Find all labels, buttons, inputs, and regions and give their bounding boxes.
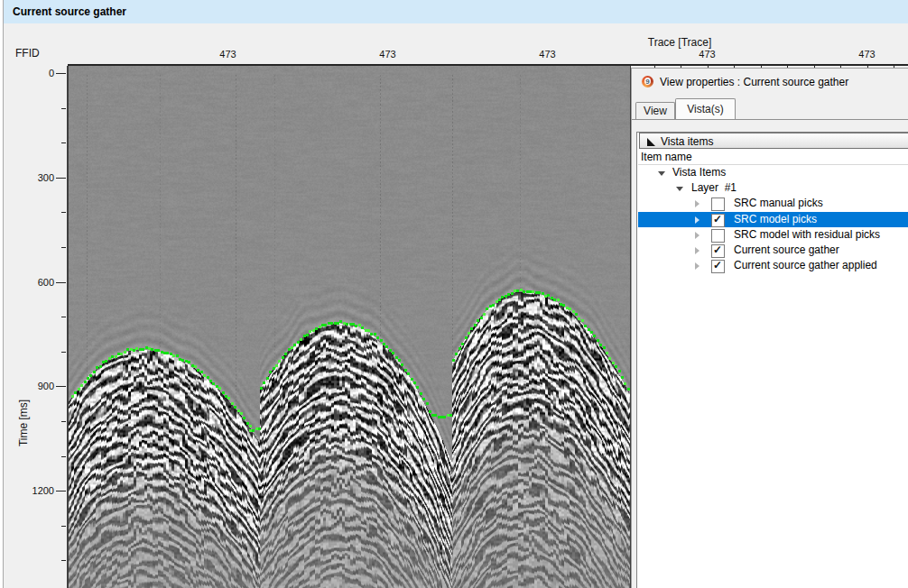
time-axis-tick <box>61 142 66 143</box>
tree-item-label: Current source gather <box>734 243 839 256</box>
ffid-annotation-value: 473 <box>210 49 246 60</box>
time-axis-tick <box>61 352 66 353</box>
ffid-annotation-value: 473 <box>690 49 726 60</box>
time-axis-tick <box>61 456 66 457</box>
tree-item-label: SRC manual picks <box>734 197 823 209</box>
tree-item-label: Current source gather applied <box>734 259 877 271</box>
time-axis-tick <box>61 526 66 527</box>
ffid-annotation-header: FFID <box>15 47 40 60</box>
tree-item-layer-1[interactable]: Layer #1 <box>638 180 908 196</box>
time-axis-tick <box>61 212 66 213</box>
expander-right-icon[interactable] <box>695 247 700 254</box>
tab-view[interactable]: View <box>635 102 675 119</box>
time-axis-tick <box>56 386 66 387</box>
time-axis-tick-label: 900 <box>16 381 54 391</box>
item-checkbox[interactable]: ✓ <box>711 244 725 258</box>
tree-item-label: SRC model with residual picks <box>734 228 880 241</box>
expander-right-icon[interactable] <box>695 200 700 207</box>
expander-down-icon[interactable] <box>658 171 665 176</box>
tree-item-src-model-picks[interactable]: ✓SRC model picks <box>638 212 908 227</box>
vista-items-tree-widget: Vista items Item name Vista ItemsLayer #… <box>636 132 908 588</box>
expander-right-icon[interactable] <box>695 232 700 239</box>
time-axis-tick <box>61 560 66 561</box>
item-checkbox[interactable] <box>711 229 725 243</box>
time-axis-tick <box>56 491 66 492</box>
item-name-column-header[interactable]: Item name <box>638 150 908 165</box>
vista-items-tree: Vista ItemsLayer #1SRC manual picks✓SRC … <box>638 165 908 588</box>
time-axis-tick <box>56 73 66 74</box>
time-axis-tick <box>61 317 66 317</box>
tree-item-label: Layer #1 <box>691 181 737 194</box>
item-checkbox[interactable] <box>711 198 725 211</box>
item-checkbox[interactable]: ✓ <box>711 214 725 227</box>
ffid-annotation-value: 473 <box>530 49 566 60</box>
vista-logo-glyph: 9 <box>644 78 651 85</box>
ffid-annotation-value: 473 <box>370 49 406 60</box>
time-axis-tick-label: 0 <box>16 68 54 78</box>
trace-axis-title: Trace [Trace] <box>612 36 747 49</box>
vista-items-section-header[interactable]: Vista items <box>639 133 908 149</box>
window-title: Current source gather <box>13 5 126 18</box>
tree-item-src-model-with-residual-picks[interactable]: SRC model with residual picks <box>638 227 908 243</box>
time-axis-tick <box>61 421 66 422</box>
panel-title: View properties : Current source gather <box>660 76 848 88</box>
tree-item-label: SRC model picks <box>734 213 817 225</box>
vista-logo-icon: 9 <box>642 76 653 87</box>
expander-right-icon[interactable] <box>695 216 700 224</box>
tab-vistas[interactable]: Vista(s) <box>675 98 736 119</box>
time-axis-title: Time [ms] <box>17 394 30 452</box>
time-axis-tick-label: 600 <box>16 277 54 288</box>
tree-item-current-source-gather[interactable]: ✓Current source gather <box>638 243 908 258</box>
tree-item-src-manual-picks[interactable]: SRC manual picks <box>638 196 908 211</box>
time-axis-tick <box>56 178 66 179</box>
checkmark-icon: ✓ <box>713 213 722 225</box>
time-axis-tick-label: 1200 <box>16 485 54 496</box>
item-checkbox[interactable]: ✓ <box>711 260 725 273</box>
expander-right-icon[interactable] <box>695 262 700 270</box>
checkmark-icon: ✓ <box>713 243 722 256</box>
ffid-annotation-value: 473 <box>849 49 885 60</box>
section-header-label: Vista items <box>661 135 713 148</box>
time-axis-tick-label: 300 <box>16 172 54 183</box>
tree-item-vista-items[interactable]: Vista Items <box>638 165 908 180</box>
column-header-label: Item name <box>641 151 692 163</box>
tree-item-label: Vista Items <box>672 166 726 179</box>
view-properties-panel: 9 View properties : Current source gathe… <box>631 68 908 588</box>
seismic-display-frame <box>67 66 631 588</box>
window-titlebar[interactable]: Current source gather <box>4 0 908 23</box>
time-axis-tick <box>61 247 66 248</box>
tree-item-current-source-gather-applied[interactable]: ✓Current source gather applied <box>638 258 908 273</box>
expander-down-icon[interactable] <box>676 187 683 191</box>
seismic-display-canvas[interactable] <box>69 66 630 588</box>
checkmark-icon: ✓ <box>713 259 722 271</box>
time-axis-tick <box>61 108 66 109</box>
time-axis-tick <box>56 282 66 283</box>
tab-strip-line <box>632 119 908 120</box>
collapse-triangle-icon <box>647 138 655 146</box>
